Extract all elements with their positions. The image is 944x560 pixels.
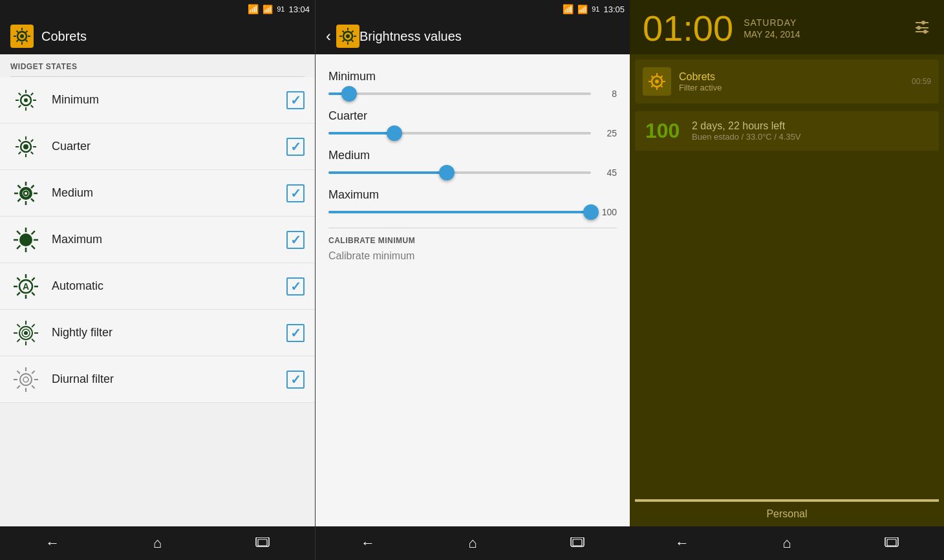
svg-line-37 xyxy=(18,185,21,188)
brightness-section-maximum: Maximum 100 xyxy=(328,188,617,217)
date-section: SATURDAY MAY 24, 2014 xyxy=(744,17,800,39)
recents-icon-3 xyxy=(884,537,899,549)
svg-point-73 xyxy=(20,374,32,385)
panel3-spacer xyxy=(630,153,944,499)
slider-thumb-medium[interactable] xyxy=(439,165,455,180)
svg-line-61 xyxy=(17,292,19,295)
list-item-minimum[interactable]: Minimum xyxy=(0,77,315,124)
checkbox-cuarter[interactable] xyxy=(286,138,305,156)
notification-cobrets[interactable]: Cobrets Filter active 00:59 xyxy=(635,59,939,103)
back-arrow-icon[interactable]: ‹ xyxy=(321,27,336,45)
list-item-cuarter[interactable]: Cuarter xyxy=(0,124,315,170)
sliders-icon xyxy=(913,19,931,34)
sun-icon-automatic: A xyxy=(10,271,41,302)
home-button-1[interactable]: ⌂ xyxy=(138,530,177,556)
notif-time-cobrets: 00:59 xyxy=(912,77,931,86)
home-button-3[interactable]: ⌂ xyxy=(767,530,806,556)
svg-line-28 xyxy=(31,151,34,154)
checkbox-minimum[interactable] xyxy=(286,91,305,109)
list-item-medium[interactable]: Medium xyxy=(0,170,315,217)
back-button-2[interactable]: ← xyxy=(349,530,387,556)
svg-line-19 xyxy=(31,92,34,95)
svg-point-103 xyxy=(923,30,927,34)
svg-line-111 xyxy=(660,85,662,87)
nav-bar-3: ← ⌂ xyxy=(630,526,944,560)
svg-line-27 xyxy=(19,139,21,142)
app-bar-1: Cobrets xyxy=(0,18,315,54)
recents-icon-1 xyxy=(255,537,270,549)
slider-value-maximum: 100 xyxy=(597,207,617,217)
svg-rect-84 xyxy=(258,539,267,546)
sun-icon-medium xyxy=(10,178,41,209)
wifi-icon-2: 📶 xyxy=(563,4,574,14)
slider-fill-cuarter xyxy=(328,132,394,135)
widget-list: Minimum Cuarter xyxy=(0,77,315,526)
recents-button-2[interactable] xyxy=(558,530,597,556)
calibrate-header: CALIBRATE MINIMUM xyxy=(328,228,617,245)
slider-thumb-maximum[interactable] xyxy=(583,204,599,220)
svg-line-113 xyxy=(651,85,654,87)
recents-button-3[interactable] xyxy=(872,530,911,556)
svg-line-40 xyxy=(18,199,21,201)
status-bar-2: 📶 📶 91 13:05 xyxy=(316,0,630,18)
settings-icon[interactable] xyxy=(913,19,931,38)
svg-point-99 xyxy=(921,21,925,25)
svg-line-59 xyxy=(32,292,34,295)
battery-level-2: 91 xyxy=(592,5,599,13)
full-date: MAY 24, 2014 xyxy=(744,29,800,39)
sun-icon-maximum xyxy=(10,224,41,255)
calibrate-label: Calibrate minimum xyxy=(328,250,617,262)
slider-track-cuarter[interactable] xyxy=(328,132,591,135)
svg-line-20 xyxy=(19,105,21,107)
section-header: WIDGET STATES xyxy=(0,54,315,76)
checkbox-nightly[interactable] xyxy=(286,324,305,342)
slider-value-cuarter: 25 xyxy=(597,128,617,138)
brightness-section-medium: Medium 45 xyxy=(328,149,617,178)
list-item-automatic[interactable]: A Automatic xyxy=(0,263,315,310)
svg-line-48 xyxy=(17,231,20,234)
slider-track-medium[interactable] xyxy=(328,171,591,174)
slider-track-minimum[interactable] xyxy=(328,92,591,95)
sun-icon-cuarter xyxy=(10,131,41,162)
brightness-section-cuarter: Cuarter 25 xyxy=(328,109,617,138)
battery-days-left: 2 days, 22 hours left xyxy=(692,120,928,132)
slider-fill-medium xyxy=(328,171,447,174)
list-item-diurnal[interactable]: Diurnal filter xyxy=(0,356,315,403)
day-name: SATURDAY xyxy=(744,17,800,28)
item-label-medium: Medium xyxy=(52,186,276,200)
list-item-maximum[interactable]: Maximum xyxy=(0,217,315,263)
recents-icon-2 xyxy=(570,537,585,549)
list-item-nightly[interactable]: Nightly filter xyxy=(0,310,315,356)
slider-row-medium: 45 xyxy=(328,167,617,178)
svg-line-39 xyxy=(31,185,34,188)
recents-button-1[interactable] xyxy=(243,530,282,556)
checkbox-maximum[interactable] xyxy=(286,231,305,249)
svg-line-72 xyxy=(17,339,19,341)
wifi-icon: 📶 xyxy=(248,4,259,14)
item-label-cuarter: Cuarter xyxy=(52,140,276,153)
back-button-1[interactable]: ← xyxy=(33,530,72,556)
item-label-maximum: Maximum xyxy=(52,233,276,246)
sun-icon-minimum xyxy=(10,85,41,116)
slider-track-maximum[interactable] xyxy=(328,211,591,213)
svg-point-64 xyxy=(24,331,28,335)
home-button-2[interactable]: ⌂ xyxy=(453,530,492,556)
battery-card[interactable]: 100 2 days, 22 hours left Buen estado / … xyxy=(635,111,939,151)
sun-icon-diurnal xyxy=(10,364,41,395)
back-button-3[interactable]: ← xyxy=(663,530,702,556)
checkbox-diurnal[interactable] xyxy=(286,371,305,389)
slider-fill-maximum xyxy=(328,211,591,213)
status-time-1: 13:04 xyxy=(288,5,310,14)
svg-line-112 xyxy=(660,76,662,78)
svg-line-18 xyxy=(31,105,34,107)
slider-thumb-minimum[interactable] xyxy=(341,86,357,102)
slider-row-minimum: 8 xyxy=(328,89,617,99)
svg-line-80 xyxy=(32,385,34,388)
personal-tab[interactable]: Personal xyxy=(635,501,939,526)
checkbox-automatic[interactable] xyxy=(286,277,305,296)
sun-icon-nightly xyxy=(10,318,41,349)
panel-notification: 01:00 SATURDAY MAY 24, 2014 xyxy=(630,0,944,560)
slider-thumb-cuarter[interactable] xyxy=(387,125,402,141)
checkbox-medium[interactable] xyxy=(286,184,305,202)
svg-line-70 xyxy=(32,339,34,341)
